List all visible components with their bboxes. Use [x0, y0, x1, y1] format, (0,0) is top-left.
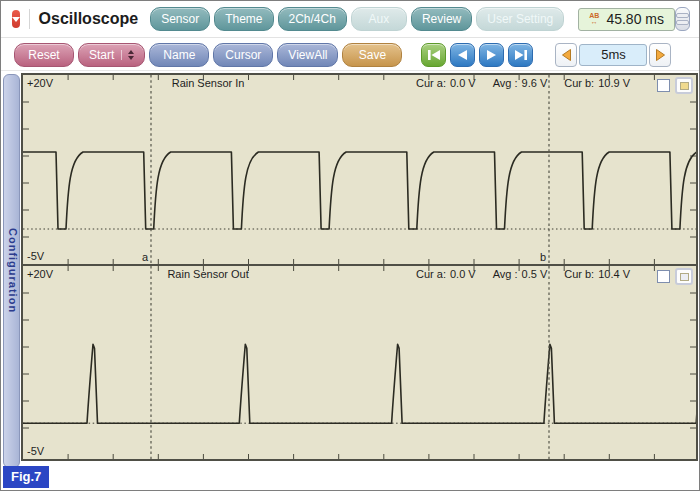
play-back-button[interactable]	[450, 43, 475, 67]
arrow-left-icon	[561, 48, 572, 62]
channel-toggles	[657, 77, 693, 94]
channel-readouts: Cur a:0.0 V Avg :0.5 V Cur b:10.4 V	[416, 268, 630, 280]
reset-button[interactable]: Reset	[14, 43, 74, 67]
app-window: Oscilloscope Sensor Theme 2Ch/4Ch Aux Re…	[0, 0, 700, 491]
chevron-down-icon	[12, 17, 20, 22]
theme-button[interactable]: Theme	[214, 7, 273, 31]
average-readout: Avg :9.6 V	[493, 77, 548, 89]
cursor-a-readout: Cur a:0.0 V	[416, 268, 476, 280]
transport-controls	[421, 43, 533, 67]
waveform-canvas-1[interactable]: ab	[23, 75, 696, 264]
cursor-a-readout: Cur a:0.0 V	[416, 77, 476, 89]
titlebar: Oscilloscope Sensor Theme 2Ch/4Ch Aux Re…	[1, 1, 699, 38]
channel-visible-checkbox[interactable]	[657, 79, 670, 92]
timebase-selector: 5ms	[555, 43, 671, 67]
skip-to-start-button[interactable]	[421, 43, 446, 67]
svg-text:a: a	[142, 251, 149, 263]
cursor-b-readout: Cur b:10.9 V	[564, 77, 630, 89]
spinner-icon[interactable]	[121, 50, 134, 60]
ab-time-display: AB ↔ 45.80 ms	[578, 8, 675, 31]
skip-to-end-button[interactable]	[508, 43, 533, 67]
skip-end-icon	[514, 49, 528, 61]
channel-mode-button[interactable]: 2Ch/4Ch	[278, 7, 347, 31]
figure-label: Fig.7	[3, 466, 49, 488]
ab-cursor-time-icon: AB ↔	[589, 13, 599, 25]
toolbar: Reset Start Name Cursor ViewAll Save	[1, 39, 699, 71]
timebase-display: 5ms	[579, 44, 647, 66]
layout-toggle-button[interactable]	[675, 7, 690, 31]
scope-channel-2: +20V -5V Rain Sensor Out Cur a:0.0 V Avg…	[21, 264, 698, 461]
viewall-button[interactable]: ViewAll	[277, 43, 338, 67]
user-setting-button[interactable]: User Setting	[476, 7, 564, 31]
save-button[interactable]: Save	[342, 43, 402, 67]
app-title: Oscilloscope	[39, 10, 139, 28]
stacked-panes-icon	[676, 13, 689, 18]
channel-visible-checkbox[interactable]	[657, 270, 670, 283]
play-forward-button[interactable]	[479, 43, 504, 67]
aux-button[interactable]: Aux	[351, 7, 407, 31]
channel-title: Rain Sensor Out	[23, 268, 393, 280]
scope-channel-1: ab +20V -5V Rain Sensor In Cur a:0.0 V A…	[21, 73, 698, 266]
name-button[interactable]: Name	[149, 43, 209, 67]
channel-toggles	[657, 268, 693, 285]
configuration-tab[interactable]: Configuration	[3, 74, 20, 468]
timebase-increase-button[interactable]	[649, 43, 671, 67]
svg-text:b: b	[540, 251, 546, 263]
channel-highlight-button[interactable]	[675, 268, 693, 285]
cursor-b-readout: Cur b:10.4 V	[564, 268, 630, 280]
cursor-button[interactable]: Cursor	[213, 43, 273, 67]
ymin-label: -5V	[27, 250, 44, 262]
ymin-label: -5V	[27, 445, 44, 457]
arrow-right-icon	[655, 48, 666, 62]
waveform-canvas-2[interactable]	[23, 266, 696, 459]
play-back-icon	[456, 49, 469, 61]
titlebar-buttons: Sensor Theme 2Ch/4Ch Aux Review User Set…	[150, 7, 564, 31]
review-button[interactable]: Review	[411, 7, 472, 31]
average-readout: Avg :0.5 V	[493, 268, 548, 280]
channel-highlight-button[interactable]	[675, 77, 693, 94]
ab-time-value: 45.80 ms	[606, 11, 664, 27]
channel-readouts: Cur a:0.0 V Avg :9.6 V Cur b:10.9 V	[416, 77, 630, 89]
channel-title: Rain Sensor In	[23, 77, 393, 89]
sensor-button[interactable]: Sensor	[150, 7, 210, 31]
skip-start-icon	[427, 49, 441, 61]
start-button[interactable]: Start	[78, 43, 145, 67]
timebase-decrease-button[interactable]	[555, 43, 577, 67]
app-menu-button[interactable]	[12, 10, 20, 28]
play-forward-icon	[485, 49, 498, 61]
